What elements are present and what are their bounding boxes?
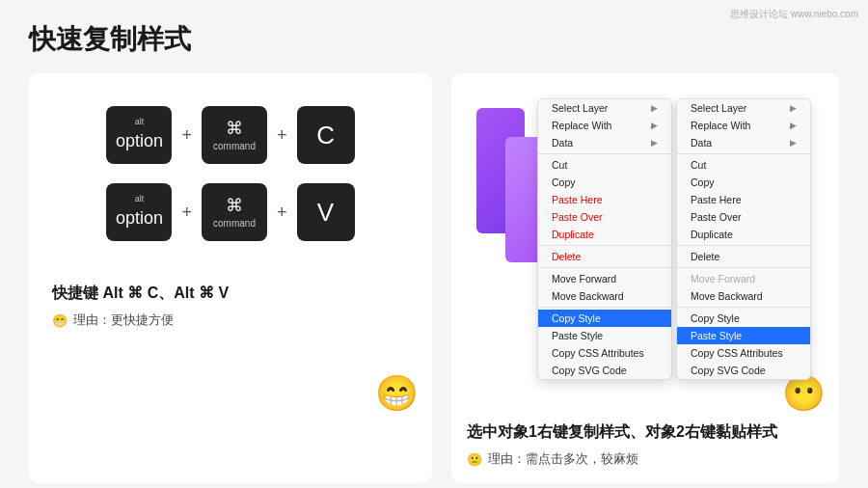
menu2-item-move-backward: Move Backward [677, 287, 810, 305]
menu1-item-copy: Copy [538, 174, 671, 191]
plus-4: + [277, 203, 287, 223]
menu1-item-replace-with: Replace With▶ [538, 117, 671, 134]
right-desc-reason: 🙁 理由：需点击多次，较麻烦 [467, 450, 824, 468]
menu1-item-move-forward: Move Forward [538, 270, 671, 287]
plus-1: + [181, 125, 192, 146]
menu1-item-select-layer: Select Layer▶ [538, 99, 671, 117]
menu2-item-copy-css: Copy CSS Attributes [677, 344, 810, 362]
menu1-item-paste-here: Paste Here [538, 191, 671, 208]
menu1-item-move-backward: Move Backward [538, 287, 671, 305]
left-reason-emoji: 😁 [52, 313, 68, 328]
menu2-item-copy: Copy [677, 174, 810, 191]
key-combo-paste: alt option + ⌘ command + V [106, 183, 354, 241]
left-reason-text: 理由：更快捷方便 [73, 312, 174, 329]
menu1-item-data: Data▶ [538, 134, 671, 151]
right-reason-emoji: 🙁 [467, 452, 482, 467]
menu1-item-cut: Cut [538, 156, 671, 174]
menu2-item-copy-svg: Copy SVG Code [677, 362, 810, 379]
watermark: 思维设计论坛 www.niebo.com [730, 8, 858, 21]
context-menu-1: Select Layer▶ Replace With▶ Data▶ Cut Co… [537, 98, 672, 380]
plus-3: + [181, 203, 192, 223]
menu2-item-cut: Cut [677, 156, 810, 174]
left-emoji: 😁 [375, 373, 419, 414]
c-key: C [297, 106, 355, 164]
menu1-item-paste-style: Paste Style [538, 327, 671, 344]
menu2-item-replace-with: Replace With▶ [677, 117, 810, 134]
right-reason-text: 理由：需点击多次，较麻烦 [488, 450, 638, 468]
menu1-item-copy-css: Copy CSS Attributes [538, 344, 671, 362]
menu1-item-copy-svg: Copy SVG Code [538, 362, 671, 379]
right-panel: Select Layer▶ Replace With▶ Data▶ Cut Co… [451, 73, 839, 483]
right-desc-title: 选中对象1右键复制样式、对象2右键黏贴样式 [467, 422, 824, 443]
key-combo-copy: alt option + ⌘ command + C [106, 106, 354, 164]
left-desc-reason: 😁 理由：更快捷方便 [52, 312, 409, 329]
v-key: V [297, 183, 355, 241]
menu2-item-paste-over: Paste Over [677, 208, 810, 226]
menu2-item-select-layer: Select Layer▶ [677, 99, 810, 117]
menu2-item-copy-style: Copy Style [677, 310, 810, 327]
menu1-item-delete: Delete [538, 248, 671, 265]
menu1-item-duplicate: Duplicate [538, 226, 671, 243]
menu2-item-delete: Delete [677, 248, 810, 265]
command-key-2: ⌘ command [202, 183, 267, 241]
left-desc-title: 快捷键 Alt ⌘ C、Alt ⌘ V [52, 284, 409, 304]
option-key-2: alt option [106, 183, 172, 241]
menu2-item-paste-here: Paste Here [677, 191, 810, 208]
plus-2: + [277, 125, 287, 146]
command-key-1: ⌘ command [202, 106, 267, 164]
menu2-item-duplicate: Duplicate [677, 226, 810, 243]
menu2-item-move-forward: Move Forward [677, 270, 810, 287]
menu1-item-copy-style: Copy Style [538, 310, 671, 327]
context-menu-2: Select Layer▶ Replace With▶ Data▶ Cut Co… [676, 98, 811, 380]
left-panel: alt option + ⌘ command + C alt option + [29, 73, 432, 483]
menu2-item-paste-style: Paste Style [677, 327, 810, 344]
menu2-item-data: Data▶ [677, 134, 810, 151]
option-key-1: alt option [106, 106, 172, 164]
menu1-item-paste-over: Paste Over [538, 208, 671, 226]
